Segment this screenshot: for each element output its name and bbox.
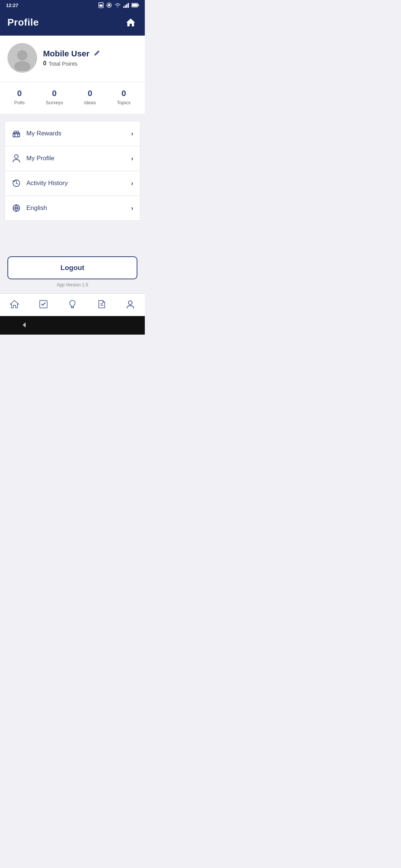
nav-documents[interactable] [92,297,110,311]
menu-item-rewards[interactable]: My Rewards › [5,121,140,146]
menu-item-language[interactable]: English › [5,196,140,220]
svg-point-11 [17,50,27,60]
svg-rect-9 [138,4,139,6]
svg-rect-10 [132,4,137,7]
header: Profile [0,10,145,36]
menu-item-profile[interactable]: My Profile › [5,146,140,171]
time-display: 12:27 [6,3,18,8]
rewards-chevron: › [131,130,133,138]
nav-polls[interactable] [35,297,52,311]
profile-section: Mobile User 0 Total Points [0,36,145,82]
points-value: 0 [43,60,46,67]
polls-label: Polls [14,100,25,105]
svg-point-15 [14,155,18,158]
activity-label: Activity History [26,180,68,187]
rewards-label: My Rewards [26,130,61,137]
stats-row: 0 Polls 0 Surveys 0 Ideas 0 Topics [0,82,145,116]
nav-profile[interactable] [121,297,139,311]
menu-item-activity[interactable]: Activity History › [5,171,140,196]
ideas-nav-icon [67,299,78,309]
profile-nav-icon [125,299,136,309]
svg-rect-1 [100,4,102,7]
recent-button[interactable] [115,320,126,330]
content-spacer [0,221,145,250]
topics-label: Topics [117,100,131,105]
battery-icon [131,3,139,7]
surveys-count: 0 [52,89,56,98]
record-icon [106,2,112,8]
home-button[interactable] [67,320,78,330]
rewards-icon [12,129,21,138]
status-bar: 12:27 [0,0,145,10]
edit-profile-icon[interactable] [93,49,101,59]
stat-polls: 0 Polls [14,89,25,105]
page-title: Profile [7,17,39,28]
history-icon [12,178,21,188]
profile-info: Mobile User 0 Total Points [43,49,101,67]
globe-icon [12,203,21,213]
activity-chevron: › [131,180,133,187]
bottom-nav [0,293,145,316]
home-nav-icon [9,299,20,309]
logout-button[interactable]: Logout [7,256,137,279]
wifi-icon [114,3,121,8]
profile-name: Mobile User [43,49,89,59]
svg-marker-23 [23,322,26,328]
stat-surveys: 0 Surveys [46,89,63,105]
polls-count: 0 [17,89,22,98]
ideas-label: Ideas [84,100,96,105]
status-icons [98,2,139,8]
stat-ideas: 0 Ideas [84,89,96,105]
stat-topics: 0 Topics [117,89,131,105]
sim-icon [98,2,104,8]
svg-rect-19 [71,307,74,308]
home-icon[interactable] [124,16,137,29]
menu-section: My Rewards › My Profile › [4,121,140,221]
svg-rect-4 [123,6,124,8]
svg-rect-14 [15,133,18,137]
svg-point-22 [128,301,132,305]
svg-rect-5 [125,5,126,8]
my-profile-label: My Profile [26,155,55,162]
svg-rect-6 [126,4,127,8]
surveys-label: Surveys [46,100,63,105]
language-chevron: › [131,204,133,212]
svg-point-12 [14,61,30,71]
ideas-count: 0 [88,89,92,98]
back-button[interactable] [19,320,29,330]
signal-icon [123,3,129,8]
app-version: App Version 1.5 [7,282,137,287]
nav-ideas[interactable] [63,297,81,311]
logout-section: Logout App Version 1.5 [0,250,145,293]
svg-rect-7 [128,3,129,8]
system-nav [0,316,145,335]
points-label: Total Points [49,60,78,67]
nav-home[interactable] [6,297,23,311]
svg-rect-13 [13,133,20,137]
svg-point-3 [108,4,110,6]
language-label: English [26,204,47,212]
topics-count: 0 [121,89,126,98]
person-icon [12,154,21,163]
polls-nav-icon [38,299,49,309]
documents-nav-icon [96,299,107,309]
avatar [7,43,37,73]
profile-chevron: › [131,155,133,162]
total-points-row: 0 Total Points [43,60,101,67]
